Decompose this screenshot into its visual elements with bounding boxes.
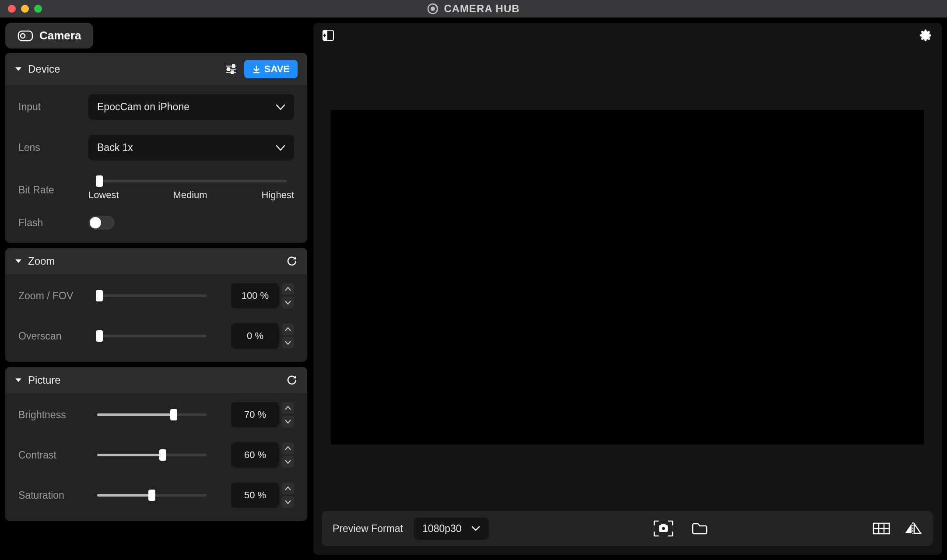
flip-mirror-button[interactable] [903,522,922,535]
bitrate-highest-label: Highest [261,189,294,201]
zoom-header-label: Zoom [28,255,55,267]
folder-button[interactable] [691,522,708,535]
overscan-label: Overscan [18,330,88,342]
bitrate-slider[interactable] [95,180,287,182]
input-select[interactable]: EpocCam on iPhone [88,94,294,120]
saturation-slider[interactable] [97,494,207,497]
svg-point-0 [428,4,438,14]
chevron-down-icon [15,259,22,264]
brightness-step-down[interactable] [282,416,294,427]
collapse-panel-icon[interactable] [322,29,334,42]
svg-point-3 [21,34,25,38]
camera-mode-button[interactable]: Camera [5,23,93,49]
camera-icon [18,30,33,42]
zoom-panel-header[interactable]: Zoom [5,248,307,274]
download-icon [252,65,261,74]
panels-scroll[interactable]: Device [5,53,312,555]
main-area: Preview Format 1080p30 [313,23,942,555]
app-title: CAMERA HUB [444,3,519,15]
overscan-step-down[interactable] [282,337,294,349]
reset-picture-button[interactable] [286,374,298,386]
close-window-button[interactable] [8,5,16,13]
brightness-step-up[interactable] [282,402,294,414]
chevron-down-icon [471,526,480,531]
zoom-value[interactable]: 100 % [231,283,279,308]
contrast-label: Contrast [18,449,88,461]
save-label: SAVE [264,63,290,75]
zoom-panel: Zoom Zoom / FOV [5,248,307,362]
maximize-window-button[interactable] [34,5,42,13]
lens-value: Back 1x [97,142,133,154]
zoom-fov-label: Zoom / FOV [18,290,88,302]
picture-panel: Picture Brightness [5,367,307,521]
device-header-label: Device [28,63,60,75]
lens-select[interactable]: Back 1x [88,135,294,161]
contrast-step-up[interactable] [282,442,294,454]
flash-toggle[interactable] [88,216,115,230]
zoom-step-down[interactable] [282,297,294,308]
saturation-step-up[interactable] [282,483,294,494]
preview-format-select[interactable]: 1080p30 [414,518,489,540]
brightness-value[interactable]: 70 % [231,402,279,427]
saturation-value[interactable]: 50 % [231,483,279,508]
svg-point-15 [662,527,666,531]
device-panel-header[interactable]: Device [5,53,307,85]
bitrate-lowest-label: Lowest [88,189,119,201]
chevron-down-icon [15,378,22,383]
minimize-window-button[interactable] [21,5,29,13]
input-label: Input [18,101,80,113]
brightness-slider[interactable] [97,413,207,416]
bitrate-label: Bit Rate [18,175,80,196]
mode-label: Camera [39,29,81,42]
picture-panel-header[interactable]: Picture [5,367,307,393]
device-panel: Device [5,53,307,243]
chevron-down-icon [276,104,285,110]
settings-gear-icon[interactable] [918,28,933,43]
bottom-bar: Preview Format 1080p30 [322,511,933,546]
input-value: EpocCam on iPhone [97,101,189,113]
svg-rect-8 [228,68,230,70]
preview-format-value: 1080p30 [422,523,462,535]
brightness-label: Brightness [18,409,88,421]
contrast-value[interactable]: 60 % [231,442,279,468]
zoom-slider[interactable] [97,294,207,297]
title-center: CAMERA HUB [0,3,947,15]
snapshot-button[interactable] [653,520,674,537]
svg-rect-7 [232,65,235,67]
lens-label: Lens [18,142,80,154]
video-preview [331,110,924,444]
overscan-step-up[interactable] [282,323,294,335]
overscan-value[interactable]: 0 % [231,323,279,349]
adjust-sliders-icon[interactable] [225,64,237,74]
traffic-lights [8,5,42,13]
preview-format-label: Preview Format [333,523,403,535]
reset-zoom-button[interactable] [286,256,298,267]
title-bar: CAMERA HUB [0,0,947,18]
flash-label: Flash [18,217,80,229]
chevron-down-icon [15,66,22,72]
sidebar: Camera Device [5,23,312,555]
svg-rect-9 [231,71,233,74]
saturation-step-down[interactable] [282,496,294,508]
bitrate-medium-label: Medium [173,189,207,201]
grid-overlay-button[interactable] [873,522,890,535]
app-logo-icon [427,3,438,14]
contrast-step-down[interactable] [282,456,294,468]
zoom-step-up[interactable] [282,283,294,295]
saturation-label: Saturation [18,490,88,501]
picture-header-label: Picture [28,374,61,386]
chevron-down-icon [276,145,285,151]
save-button[interactable]: SAVE [244,60,298,78]
overscan-slider[interactable] [97,335,207,337]
svg-point-1 [431,7,435,11]
contrast-slider[interactable] [97,454,207,456]
svg-rect-14 [661,524,666,526]
